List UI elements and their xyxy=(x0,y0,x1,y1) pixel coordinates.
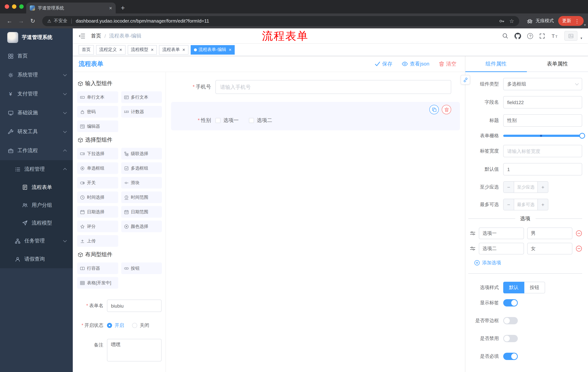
palette-item-time-picker[interactable]: 时间选择 xyxy=(77,191,118,203)
palette-item-cascader[interactable]: 级联选择 xyxy=(121,148,162,159)
palette-item-counter[interactable]: 123 计数器 xyxy=(121,106,162,117)
status-radio-off[interactable]: 关闭 xyxy=(132,322,149,329)
palette-item-radio-group[interactable]: 单选框组 xyxy=(77,162,118,174)
address-bar[interactable]: ⚠ 不安全 dashboard.yudao.iocoder.cn/bpm/man… xyxy=(42,16,519,26)
sidebar-item-leave-query[interactable]: 请假查询 xyxy=(0,250,73,268)
tag-process-form-edit[interactable]: 流程表单-编辑 × xyxy=(191,45,235,54)
add-option-button[interactable]: 添加选项 xyxy=(474,260,582,266)
tag-process-definition[interactable]: 流程定义 × xyxy=(96,45,125,54)
reload-button[interactable]: ↻ xyxy=(28,16,38,26)
font-size-icon[interactable]: TT xyxy=(551,33,558,39)
browser-tab[interactable]: 芋道管理系统 × xyxy=(26,2,116,13)
palette-item-row-container[interactable]: 行容器 xyxy=(77,262,118,274)
palette-item-checkbox-group[interactable]: 多选框组 xyxy=(121,162,162,174)
back-button[interactable]: ← xyxy=(4,16,15,26)
incognito-badge[interactable]: 无痕模式 xyxy=(526,18,554,24)
stepper-decrease-button[interactable]: − xyxy=(504,199,514,210)
save-button[interactable]: 保存 xyxy=(375,61,392,67)
component-type-select[interactable]: 多选框组 xyxy=(503,78,582,90)
palette-item-button[interactable]: 按钮 xyxy=(121,262,162,274)
field-name-input[interactable] xyxy=(503,96,582,108)
show-label-switch[interactable] xyxy=(503,299,518,307)
sidebar-item-process-form[interactable]: 流程表单 xyxy=(0,178,73,196)
sidebar-logo-row[interactable]: 芋道管理系统 xyxy=(0,28,73,47)
default-value-input[interactable] xyxy=(503,163,582,175)
option1-value-input[interactable] xyxy=(527,227,572,239)
sidebar-item-workflow[interactable]: 工作流程 xyxy=(0,141,73,160)
border-switch[interactable] xyxy=(503,317,518,324)
palette-item-date-picker[interactable]: 日期选择 xyxy=(77,206,118,218)
toolbar-overflow-chevron-icon[interactable]: ▾ xyxy=(584,23,586,27)
palette-item-select[interactable]: 下拉选择 xyxy=(77,148,118,159)
remark-textarea[interactable]: 嘿嘿 xyxy=(107,339,162,361)
drag-handle-icon[interactable] xyxy=(470,230,476,236)
palette-item-upload[interactable]: 上传 xyxy=(77,235,118,247)
palette-item-rate[interactable]: 评分 xyxy=(77,221,118,232)
status-radio-on[interactable]: 开启 xyxy=(107,322,124,329)
breadcrumb-home[interactable]: 首页 xyxy=(91,32,101,39)
tag-close-icon[interactable]: × xyxy=(151,47,154,52)
tag-close-icon[interactable]: × xyxy=(182,47,185,52)
palette-item-table[interactable]: 表格[开发中] xyxy=(77,277,118,289)
tag-process-form[interactable]: 流程表单 × xyxy=(159,45,188,54)
disabled-switch[interactable] xyxy=(503,335,518,342)
remove-option-button[interactable] xyxy=(576,230,582,237)
avatar-caret-icon[interactable]: ▾ xyxy=(580,36,582,40)
sidebar-item-user-group[interactable]: 用户分组 xyxy=(0,196,73,214)
sidebar-item-process-model[interactable]: 流程模型 xyxy=(0,214,73,232)
palette-item-slider[interactable]: 滑块 xyxy=(121,177,162,189)
forward-button[interactable]: → xyxy=(16,16,26,26)
tag-home[interactable]: 首页 xyxy=(79,45,94,54)
sidebar-item-home[interactable]: 首页 xyxy=(0,47,73,65)
window-minimize-button[interactable] xyxy=(12,4,16,9)
tag-close-icon[interactable]: × xyxy=(229,47,231,52)
bookmark-star-icon[interactable]: ☆ xyxy=(509,18,514,24)
remove-option-button[interactable] xyxy=(576,245,582,252)
sidebar-item-process-management[interactable]: 流程管理 xyxy=(0,160,73,178)
sidebar-item-devtools[interactable]: 研发工具 xyxy=(0,122,73,141)
palette-item-date-range[interactable]: 日期范围 xyxy=(121,206,162,218)
clear-button[interactable]: 清空 xyxy=(439,61,456,67)
window-close-button[interactable] xyxy=(5,4,9,9)
style-default-button[interactable]: 默认 xyxy=(503,282,524,293)
stepper-increase-button[interactable]: + xyxy=(537,182,548,192)
widget-gender-selected[interactable]: *性别 选项一 选项二 xyxy=(171,102,460,130)
sidebar-item-task-management[interactable]: 任务管理 xyxy=(0,232,73,250)
palette-item-single-line-text[interactable]: 单行文本 xyxy=(77,91,118,103)
tab-close-icon[interactable]: × xyxy=(109,5,112,11)
key-icon[interactable] xyxy=(499,18,504,24)
github-icon[interactable] xyxy=(515,32,521,39)
phone-input[interactable] xyxy=(215,80,451,94)
option1-label-input[interactable] xyxy=(479,227,524,239)
label-width-input[interactable] xyxy=(503,145,582,157)
style-button-button[interactable]: 按钮 xyxy=(524,282,545,293)
slider-handle[interactable] xyxy=(579,133,585,139)
option2-label-input[interactable] xyxy=(479,243,524,255)
palette-item-password[interactable]: 密码 xyxy=(77,106,118,117)
sidebar-item-infrastructure[interactable]: 基础设施 xyxy=(0,103,73,122)
palette-item-color-picker[interactable]: 颜色选择 xyxy=(121,221,162,232)
grid-span-slider[interactable] xyxy=(503,135,582,137)
required-switch[interactable] xyxy=(503,353,518,360)
max-select-input[interactable] xyxy=(514,199,537,210)
avatar[interactable] xyxy=(565,31,578,41)
tag-close-icon[interactable]: × xyxy=(119,47,122,52)
more-menu-icon[interactable]: ⋮ xyxy=(575,18,580,24)
tab-component-props[interactable]: 组件属性 xyxy=(465,56,527,71)
view-json-button[interactable]: 查看json xyxy=(402,61,429,67)
search-icon[interactable] xyxy=(502,33,508,39)
stepper-increase-button[interactable]: + xyxy=(537,199,548,210)
copy-widget-button[interactable] xyxy=(429,105,439,114)
stepper-decrease-button[interactable]: − xyxy=(504,182,514,192)
palette-item-switch[interactable]: 开关 xyxy=(77,177,118,189)
drag-handle-icon[interactable] xyxy=(470,246,476,252)
tag-process-model[interactable]: 流程模型 × xyxy=(127,45,157,54)
window-zoom-button[interactable] xyxy=(19,4,24,9)
widget-phone[interactable]: *手机号 xyxy=(171,76,460,98)
fullscreen-icon[interactable] xyxy=(539,33,545,39)
form-name-input[interactable] xyxy=(107,299,162,312)
gender-checkbox-option2[interactable]: 选项二 xyxy=(249,117,272,124)
new-tab-button[interactable]: + xyxy=(121,4,125,12)
tab-form-props[interactable]: 表单属性 xyxy=(527,56,588,71)
browser-update-button[interactable]: 更新 ⋮ xyxy=(558,16,584,26)
